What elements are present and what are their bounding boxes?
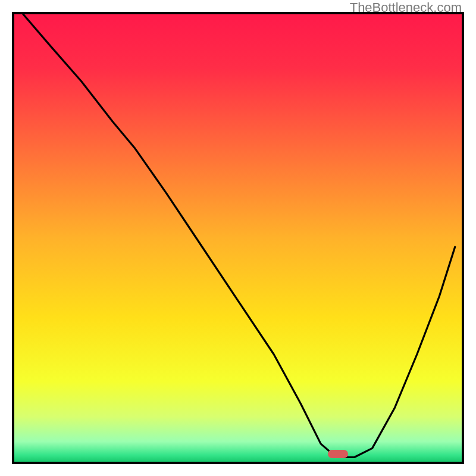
bottleneck-curve [14,14,462,462]
chart-frame [12,12,464,464]
optimum-marker [328,450,348,458]
